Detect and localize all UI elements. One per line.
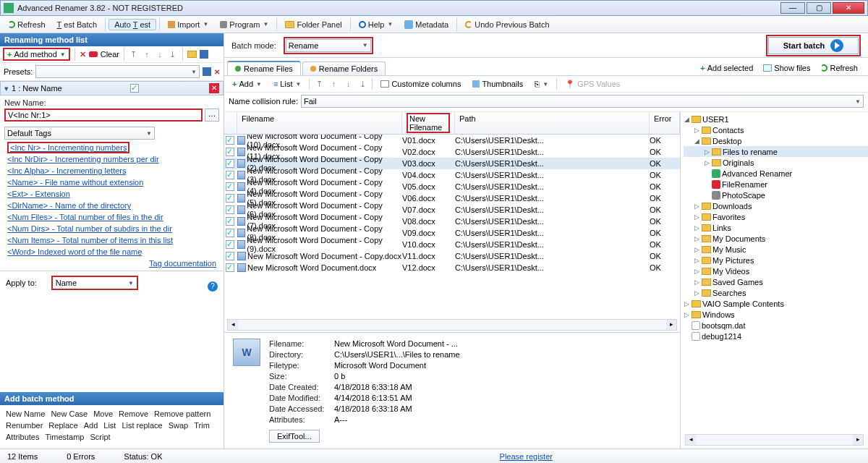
arrow-down-icon[interactable]: ↓ [343, 79, 353, 89]
row-checkbox[interactable] [226, 194, 234, 203]
tag-link[interactable]: <Num Dirs> - Total number of subdirs in … [7, 223, 216, 234]
exiftool-button[interactable]: ExifTool... [269, 430, 320, 443]
col-filename[interactable]: Filename [237, 112, 402, 134]
arrow-up-icon[interactable]: ↑ [328, 79, 339, 89]
table-row[interactable]: New Microsoft Word Document - Copy.docxV… [224, 250, 680, 262]
tab-rename-files[interactable]: Rename Files [227, 61, 301, 75]
list-menu[interactable]: ≡List▼ [270, 79, 305, 89]
tree-node[interactable]: ▷Originals [684, 157, 868, 168]
col-error[interactable]: Error [650, 112, 680, 134]
customize-columns-button[interactable]: Customize columns [377, 79, 464, 89]
batch-method-item[interactable]: Timestamp [45, 433, 84, 441]
batch-method-item[interactable]: Remove [119, 409, 148, 418]
arrow-up-far-icon[interactable]: ⤒ [129, 49, 139, 59]
expand-icon[interactable]: ▷ [694, 213, 700, 221]
tree-node[interactable]: ▷Favorites [684, 211, 868, 222]
tree-node[interactable]: ▷Windows [684, 309, 868, 320]
collapse-icon[interactable]: ▾ [4, 84, 9, 93]
horizontal-scrollbar[interactable]: ◂▸ [227, 319, 677, 331]
batch-method-item[interactable]: List [103, 421, 116, 430]
metadata-button[interactable]: Metadata [399, 20, 454, 30]
add-selected-button[interactable]: +Add selected [697, 63, 756, 73]
tree-node[interactable]: ◢USER1 [684, 114, 868, 124]
save-icon[interactable] [200, 50, 208, 59]
help-icon[interactable]: ? [208, 281, 218, 292]
batch-method-item[interactable]: New Case [51, 409, 88, 418]
row-checkbox[interactable] [226, 252, 234, 260]
tree-node[interactable]: ▷Downloads [684, 200, 868, 211]
close-button[interactable]: ✕ [833, 2, 864, 14]
tag-link[interactable]: <Ext> - Extension [7, 188, 216, 200]
row-checkbox[interactable] [226, 148, 234, 156]
tree-node[interactable]: bootsqm.dat [684, 320, 868, 331]
tag-link[interactable]: <Inc NrDir> - Incrementing numbers per d… [7, 153, 216, 165]
tag-link[interactable]: <Inc Nr> - Incrementing numbers [7, 142, 129, 153]
delete-preset-icon[interactable]: ✕ [214, 68, 220, 76]
batch-method-item[interactable]: Swap [169, 421, 189, 430]
batch-mode-combo[interactable]: Rename▼ [286, 39, 371, 52]
scroll-left-icon[interactable]: ◂ [228, 320, 238, 330]
tree-node[interactable]: ▷Saved Games [684, 276, 868, 287]
collision-rule-combo[interactable]: Fail▼ [301, 95, 864, 108]
expand-icon[interactable]: ▷ [694, 268, 700, 275]
add-files-button[interactable]: +Add▼ [229, 79, 265, 89]
tree-node[interactable]: PhotoScape [684, 190, 868, 200]
clear-button[interactable]: Clear [101, 50, 119, 59]
expand-icon[interactable]: ▷ [694, 127, 700, 134]
tree-node[interactable]: ▷My Music [684, 244, 868, 255]
tag-link[interactable]: <Num Items> - Total number of items in t… [7, 234, 216, 246]
batch-method-item[interactable]: Replace [48, 421, 77, 430]
table-row[interactable]: New Microsoft Word Document - Copy (9).d… [224, 239, 680, 250]
default-tags-combo[interactable]: Default Tags▼ [4, 127, 155, 140]
arrow-down-icon[interactable]: ↓ [155, 49, 165, 59]
row-checkbox[interactable] [226, 229, 234, 237]
test-batch-button[interactable]: TTest Batchest Batch [52, 20, 103, 30]
row-checkbox[interactable] [226, 240, 234, 249]
tag-link[interactable]: <Inc Alpha> - Incrementing letters [7, 165, 216, 177]
method-enabled-checkbox[interactable] [130, 84, 139, 93]
method-item-header[interactable]: ▾ 1 : New Name ✕ [0, 81, 224, 95]
tree-scrollbar[interactable]: ◂▸ [685, 434, 864, 446]
scroll-left-icon[interactable]: ◂ [686, 435, 696, 445]
tree-node[interactable]: ◢Desktop [684, 135, 868, 146]
auto-test-button[interactable]: Auto Test [109, 19, 156, 30]
arrow-up-far-icon[interactable]: ⤒ [314, 79, 324, 89]
tree-node[interactable]: ▷Contacts [684, 124, 868, 135]
row-checkbox[interactable] [226, 171, 234, 179]
add-method-button[interactable]: +Add method▼ [3, 48, 70, 61]
new-name-input[interactable] [8, 111, 199, 119]
tag-link[interactable]: <Num Files> - Total number of files in t… [7, 211, 216, 223]
import-menu[interactable]: Import▼ [163, 20, 213, 30]
arrow-down-far-icon[interactable]: ⤓ [168, 49, 178, 59]
batch-method-item[interactable]: Trim [194, 421, 210, 430]
tree-node[interactable]: ▷Links [684, 222, 868, 233]
batch-method-item[interactable]: Remove pattern [154, 409, 210, 418]
register-link[interactable]: Please register [500, 452, 553, 461]
expand-icon[interactable]: ▷ [694, 279, 700, 286]
tree-node[interactable]: ▷My Documents [684, 233, 868, 244]
expand-icon[interactable]: ▷ [694, 289, 700, 297]
arrow-down-far-icon[interactable]: ⤓ [357, 79, 367, 89]
tag-link[interactable]: <Name> - File name without extension [7, 177, 216, 188]
expand-icon[interactable]: ◢ [694, 137, 700, 145]
expand-icon[interactable]: ▷ [684, 300, 690, 307]
program-menu[interactable]: Program▼ [215, 20, 273, 30]
row-checkbox[interactable] [226, 217, 234, 226]
batch-method-item[interactable]: Move [93, 409, 113, 418]
expand-icon[interactable]: ▷ [694, 224, 700, 232]
folder-panel-button[interactable]: Folder Panel [280, 20, 346, 30]
col-path[interactable]: Path [455, 112, 650, 134]
batch-method-item[interactable]: Add [84, 421, 98, 430]
apply-to-combo[interactable]: Name▼ [51, 276, 138, 290]
tab-rename-folders[interactable]: Rename Folders [302, 61, 386, 75]
tree-node[interactable]: Advanced Renamer [684, 168, 868, 179]
thumbnails-button[interactable]: Thumbnails [469, 79, 527, 89]
tag-link[interactable]: <DirName> - Name of the directory [7, 200, 216, 211]
tag-picker-button[interactable]: … [205, 109, 219, 122]
arrow-up-icon[interactable]: ↑ [142, 49, 152, 59]
expand-icon[interactable]: ◢ [684, 116, 690, 123]
batch-method-item[interactable]: Script [90, 433, 110, 441]
batch-method-item[interactable]: Renumber [6, 421, 43, 430]
tree-node[interactable]: ▷Files to rename [684, 146, 868, 157]
show-files-button[interactable]: Show files [760, 63, 813, 73]
